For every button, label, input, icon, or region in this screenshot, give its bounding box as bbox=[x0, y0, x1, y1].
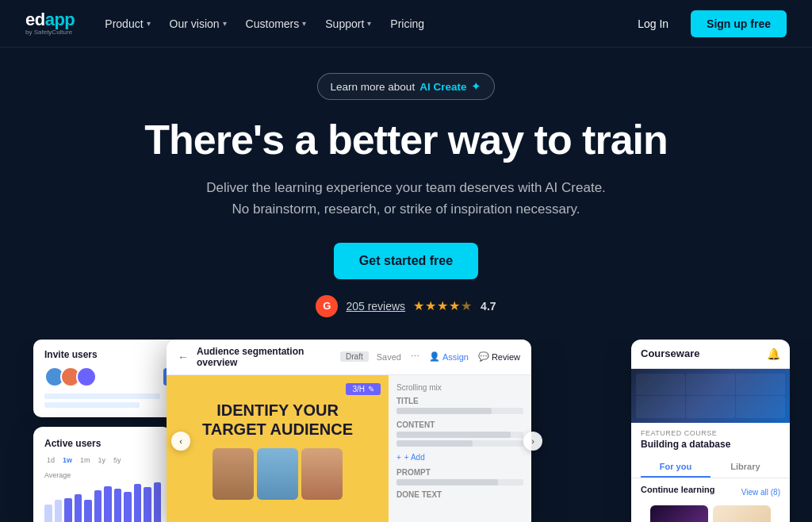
time-tab-5y[interactable]: 5y bbox=[111, 455, 124, 465]
chevron-down-icon: ▾ bbox=[223, 19, 227, 28]
bar bbox=[144, 487, 151, 522]
navbar: edapp by SafetyCulture Product ▾ Our vis… bbox=[0, 0, 812, 48]
prev-arrow-button[interactable]: ‹ bbox=[171, 432, 190, 451]
lesson-badge: 3/H ✎ bbox=[346, 383, 381, 395]
ai-badge[interactable]: Learn more about AI Create ✦ bbox=[317, 73, 496, 100]
editor-title: Audience segmentation overview bbox=[197, 346, 332, 368]
hero-subtitle: Deliver the learning experience your tea… bbox=[206, 177, 606, 220]
time-tab-1w[interactable]: 1w bbox=[60, 455, 75, 465]
sparkle-icon: ✦ bbox=[471, 79, 481, 94]
bell-icon[interactable]: 🔔 bbox=[767, 347, 780, 360]
course-card-cyber[interactable]: ID COURSE Cyber security bbox=[650, 505, 708, 521]
prompt-section: PROMPT bbox=[396, 468, 523, 486]
editor-content: 3/H ✎ IDENTIFY YOUR TARGET AUDIENCE Scro… bbox=[167, 375, 531, 522]
logo[interactable]: edapp by SafetyCulture bbox=[25, 11, 75, 36]
time-tab-1d[interactable]: 1d bbox=[44, 455, 57, 465]
signup-button[interactable]: Sign up free bbox=[691, 10, 787, 37]
time-tab-1y[interactable]: 1y bbox=[96, 455, 109, 465]
prompt-bar bbox=[396, 479, 523, 486]
bar bbox=[55, 500, 63, 522]
review-icon: 💬 bbox=[478, 351, 489, 362]
rating-number: 4.7 bbox=[481, 300, 496, 313]
featured-course-title: Building a database bbox=[631, 439, 790, 458]
nav-item-pricing[interactable]: Pricing bbox=[382, 13, 432, 35]
nav-item-support[interactable]: Support ▾ bbox=[317, 13, 379, 35]
invite-row bbox=[44, 367, 181, 387]
main-editor-panel: ← Audience segmentation overview Draft S… bbox=[167, 340, 531, 522]
title-bar bbox=[396, 408, 523, 414]
course-card-image bbox=[650, 505, 708, 521]
nav-right: Log In Sign up free bbox=[625, 10, 787, 37]
bar bbox=[104, 486, 112, 522]
title-field: TITLE bbox=[396, 397, 523, 414]
nav-left: edapp by SafetyCulture Product ▾ Our vis… bbox=[25, 11, 432, 36]
chevron-down-icon: ▾ bbox=[367, 19, 371, 28]
bar bbox=[124, 492, 132, 522]
course-cards: ID COURSE Cyber security ID COURSE Aucti… bbox=[641, 505, 780, 521]
add-button[interactable]: + + Add bbox=[396, 453, 523, 462]
course-card-image bbox=[713, 505, 771, 521]
featured-course-image bbox=[631, 369, 790, 423]
bar bbox=[64, 498, 72, 522]
active-users-title: Active users bbox=[44, 438, 161, 449]
person-figure bbox=[257, 448, 298, 500]
chevron-down-icon: ▾ bbox=[302, 19, 306, 28]
screenshots-area: Invite users Active users 1d 1w 1m 1y 5y… bbox=[0, 340, 812, 522]
login-button[interactable]: Log In bbox=[625, 11, 681, 36]
bar bbox=[114, 489, 122, 522]
time-tab-1m[interactable]: 1m bbox=[78, 455, 93, 465]
course-card-auction[interactable]: ID COURSE Auction masterclass bbox=[713, 505, 771, 521]
scrolling-label: Scrolling mix bbox=[396, 383, 523, 392]
badge-prefix: Learn more about bbox=[331, 81, 416, 93]
hero-title: There's a better way to train bbox=[144, 117, 668, 163]
logo-ed: ed bbox=[25, 10, 45, 29]
cta-button[interactable]: Get started free bbox=[334, 243, 478, 279]
star-rating: ★★★★★ bbox=[413, 298, 473, 313]
bar bbox=[154, 482, 162, 522]
reviews-link[interactable]: 205 reviews bbox=[346, 300, 405, 313]
plus-icon: + bbox=[396, 453, 401, 462]
more-options-icon[interactable]: ⋯ bbox=[411, 351, 419, 362]
assign-button[interactable]: 👤 Assign bbox=[429, 351, 469, 362]
person-figure bbox=[301, 448, 343, 500]
g2-logo: G bbox=[316, 295, 338, 317]
bar bbox=[134, 484, 142, 522]
people-illustration bbox=[213, 448, 343, 500]
continue-row: Continue learning View all (8) bbox=[641, 485, 780, 499]
active-users-panel: Active users 1d 1w 1m 1y 5y Average bbox=[33, 427, 172, 522]
review-button[interactable]: 💬 Review bbox=[478, 351, 520, 362]
avatar-stack bbox=[44, 367, 97, 387]
editor-header-icons: Saved ⋯ 👤 Assign 💬 Review bbox=[377, 351, 520, 362]
avg-label: Average bbox=[44, 471, 161, 479]
content-field: CONTENT bbox=[396, 420, 523, 447]
draft-badge: Draft bbox=[340, 351, 369, 362]
tab-for-you[interactable]: For you bbox=[641, 457, 710, 478]
lesson-title: IDENTIFY YOUR TARGET AUDIENCE bbox=[202, 401, 353, 439]
courseware-header: Courseware 🔔 bbox=[631, 340, 790, 369]
featured-label: FEATURED COURSE bbox=[631, 423, 790, 439]
editor-header: ← Audience segmentation overview Draft S… bbox=[167, 340, 531, 375]
next-arrow-button[interactable]: › bbox=[523, 432, 542, 451]
nav-item-customers[interactable]: Customers ▾ bbox=[238, 13, 315, 35]
nav-links: Product ▾ Our vision ▾ Customers ▾ Suppo… bbox=[97, 13, 432, 35]
courseware-panel: Courseware 🔔 FEATURED COURSE Building a … bbox=[631, 340, 790, 522]
courseware-tabs: For you Library bbox=[631, 457, 790, 478]
back-arrow-icon[interactable]: ← bbox=[178, 351, 189, 363]
nav-item-our-vision[interactable]: Our vision ▾ bbox=[162, 13, 235, 35]
tab-library[interactable]: Library bbox=[710, 457, 780, 478]
content-bar bbox=[396, 432, 523, 438]
person-icon: 👤 bbox=[429, 351, 440, 362]
bar-chart bbox=[44, 482, 161, 522]
editor-right-panel: Scrolling mix TITLE CONTENT + + bbox=[389, 375, 531, 522]
bar bbox=[75, 494, 82, 522]
continue-learning-section: Continue learning View all (8) ID COURSE… bbox=[631, 478, 790, 521]
nav-item-product[interactable]: Product ▾ bbox=[97, 13, 158, 35]
invite-panel-title: Invite users bbox=[44, 349, 181, 360]
bar bbox=[44, 505, 52, 522]
courseware-title: Courseware bbox=[641, 347, 699, 359]
view-all-link[interactable]: View all (8) bbox=[741, 488, 780, 497]
person-figure bbox=[213, 448, 254, 500]
done-text-label: DONE TEXT bbox=[396, 490, 523, 499]
reviews-section: G 205 reviews ★★★★★ 4.7 bbox=[316, 295, 496, 317]
logo-sub: by SafetyCulture bbox=[25, 29, 75, 36]
